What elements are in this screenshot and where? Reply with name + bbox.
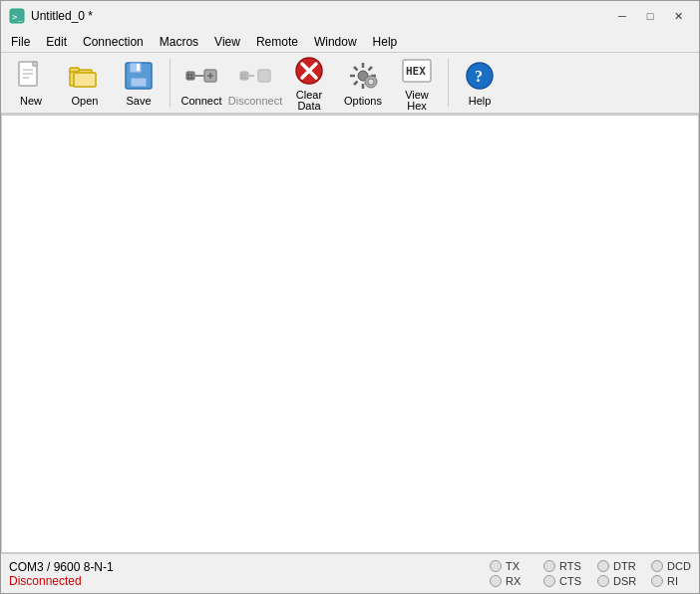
menu-connection[interactable]: Connection [75, 31, 152, 52]
svg-rect-12 [131, 78, 147, 87]
new-icon [13, 59, 49, 93]
dsr-indicator-row: DSR [597, 575, 637, 587]
ri-label: RI [667, 575, 691, 587]
separator-1 [170, 59, 171, 107]
title-bar: >_ Untitled_0 * ─ □ ✕ [1, 1, 699, 31]
ri-indicator-row: RI [651, 575, 691, 587]
separator-2 [448, 59, 449, 107]
title-bar-controls: ─ □ ✕ [609, 6, 691, 26]
tx-label: TX [506, 560, 529, 572]
view-hex-button[interactable]: HEX View Hex [391, 55, 443, 111]
disconnect-label: Disconnect [228, 96, 282, 107]
ri-dot [651, 575, 663, 587]
svg-rect-26 [244, 74, 246, 76]
save-button[interactable]: Save [113, 55, 165, 111]
dcd-dot [651, 560, 663, 572]
cts-indicator-row: CTS [543, 575, 583, 587]
connect-button[interactable]: Connect [175, 55, 227, 111]
svg-text:?: ? [475, 68, 483, 85]
dtr-indicator-row: DTR [597, 560, 637, 572]
close-button[interactable]: ✕ [665, 6, 691, 26]
cts-dot [543, 575, 555, 587]
open-label: Open [72, 96, 99, 107]
menu-edit[interactable]: Edit [38, 31, 75, 52]
hex-icon: HEX [399, 55, 435, 87]
clear-data-label: Clear Data [286, 90, 332, 112]
svg-rect-25 [241, 77, 243, 79]
rts-label: RTS [559, 560, 583, 572]
tx-indicator-row: TX [490, 560, 529, 572]
dcd-label: DCD [667, 560, 691, 572]
new-label: New [20, 96, 42, 107]
svg-point-44 [368, 79, 374, 85]
options-button[interactable]: Options [337, 55, 389, 111]
disconnect-button[interactable]: Disconnect [229, 55, 281, 111]
svg-line-42 [354, 82, 358, 86]
svg-text:>_: >_ [12, 12, 23, 22]
dtr-dsr-group: DTR DSR [597, 560, 637, 587]
dsr-label: DSR [613, 575, 637, 587]
dtr-dot [597, 560, 609, 572]
menu-view[interactable]: View [206, 31, 248, 52]
tx-rx-group: TX RX [490, 560, 529, 587]
menu-help[interactable]: Help [365, 31, 406, 52]
svg-line-41 [369, 67, 373, 71]
new-button[interactable]: New [5, 55, 57, 111]
svg-rect-18 [190, 77, 192, 79]
help-label: Help [469, 96, 492, 107]
port-info: COM3 / 9600 8-N-1 [9, 560, 490, 574]
rts-indicator-row: RTS [543, 560, 583, 572]
svg-rect-13 [137, 64, 140, 71]
svg-line-39 [354, 67, 358, 71]
help-icon: ? [462, 59, 498, 93]
open-icon [67, 59, 103, 93]
svg-rect-8 [70, 68, 79, 72]
menu-remote[interactable]: Remote [248, 31, 306, 52]
menu-bar: File Edit Connection Macros View Remote … [1, 31, 699, 53]
status-left: COM3 / 9600 8-N-1 Disconnected [9, 560, 490, 588]
svg-rect-9 [74, 73, 96, 87]
rx-dot [490, 575, 502, 587]
main-content-area[interactable] [1, 115, 699, 553]
dcd-indicator-row: DCD [651, 560, 691, 572]
svg-rect-17 [190, 74, 192, 76]
help-button[interactable]: ? Help [454, 55, 506, 111]
svg-rect-30 [258, 70, 270, 82]
cts-label: CTS [559, 575, 583, 587]
save-label: Save [126, 96, 151, 107]
tx-dot [490, 560, 502, 572]
svg-text:HEX: HEX [406, 65, 426, 78]
status-bar: COM3 / 9600 8-N-1 Disconnected TX RX RTS [1, 553, 699, 593]
svg-rect-16 [187, 77, 189, 79]
status-indicators: TX RX RTS CTS [490, 560, 691, 587]
clear-data-button[interactable]: Clear Data [283, 55, 335, 111]
disconnect-icon [237, 59, 273, 93]
connection-status: Disconnected [9, 574, 490, 588]
main-window: >_ Untitled_0 * ─ □ ✕ File Edit Connecti… [0, 0, 700, 594]
svg-rect-11 [130, 63, 142, 73]
dsr-dot [597, 575, 609, 587]
rts-cts-group: RTS CTS [543, 560, 583, 587]
minimize-button[interactable]: ─ [609, 6, 635, 26]
view-hex-label: View Hex [394, 90, 440, 112]
svg-rect-15 [187, 74, 189, 76]
rts-dot [543, 560, 555, 572]
menu-macros[interactable]: Macros [152, 31, 206, 52]
maximize-button[interactable]: □ [637, 6, 663, 26]
rx-label: RX [506, 575, 529, 587]
menu-window[interactable]: Window [306, 31, 365, 52]
svg-rect-24 [241, 74, 243, 76]
toolbar: New Open Save [1, 53, 699, 115]
connect-label: Connect [181, 96, 222, 107]
dtr-label: DTR [613, 560, 637, 572]
svg-rect-27 [244, 77, 246, 79]
open-button[interactable]: Open [59, 55, 111, 111]
window-title: Untitled_0 * [31, 9, 93, 23]
connect-icon [183, 59, 219, 93]
clear-data-icon [291, 55, 327, 87]
rx-indicator-row: RX [490, 575, 529, 587]
menu-file[interactable]: File [3, 31, 38, 52]
options-icon [345, 59, 381, 93]
app-icon: >_ [9, 8, 25, 24]
dcd-ri-group: DCD RI [651, 560, 691, 587]
